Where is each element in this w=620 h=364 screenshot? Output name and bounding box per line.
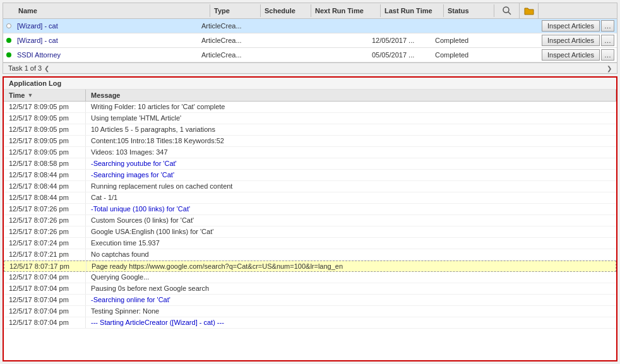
col-header-type: Type xyxy=(210,4,261,17)
row-last-run: 05/05/2017 ... xyxy=(369,49,432,61)
log-entry-message: Videos: 103 Images: 347 xyxy=(86,147,616,158)
log-row: 12/5/17 8:07:26 pm -Total unique (100 li… xyxy=(4,204,616,215)
log-row: 12/5/17 8:07:04 pm --- Starting ArticleC… xyxy=(4,317,616,329)
log-entry-time: 12/5/17 8:07:04 pm xyxy=(4,272,86,283)
task-table: Name Type Schedule Next Run Time Last Ru… xyxy=(3,3,617,74)
row-type: ArticleCrea... xyxy=(199,35,249,46)
log-entry-message: Google USA:English (100 links) for 'Cat' xyxy=(86,226,616,237)
col-header-schedule: Schedule xyxy=(261,4,311,17)
row-actions: Inspect Articles … xyxy=(483,48,617,62)
log-row: 12/5/17 8:07:04 pm -Searching online for… xyxy=(4,295,616,306)
row-indicator xyxy=(3,52,15,57)
row-name: [Wizard] - cat xyxy=(15,20,199,32)
row-schedule xyxy=(249,24,300,28)
status-dot-green xyxy=(6,38,11,43)
task-label: Task 1 of 3 xyxy=(8,64,42,72)
log-row: 12/5/17 8:07:04 pm Testing Spinner: None xyxy=(4,306,616,317)
log-entry-time: 12/5/17 8:09:05 pm xyxy=(4,147,86,158)
nav-next-arrow[interactable]: ❯ xyxy=(607,65,612,72)
row-indicator xyxy=(3,38,15,43)
task-bar: Task 1 of 3 ❮ ❯ xyxy=(3,62,617,73)
row-schedule xyxy=(249,53,300,57)
row-actions: Inspect Articles … xyxy=(483,19,617,33)
log-body[interactable]: 12/5/17 8:09:05 pm Writing Folder: 10 ar… xyxy=(4,102,616,360)
row-type: ArticleCrea... xyxy=(199,20,249,32)
log-entry-message: -Searching images for 'Cat' xyxy=(86,170,616,180)
log-row: 12/5/17 8:07:24 pm Execution time 15.937 xyxy=(4,238,616,249)
log-row: 12/5/17 8:09:05 pm Using template 'HTML … xyxy=(4,113,616,124)
log-row: 12/5/17 8:09:05 pm Videos: 103 Images: 3… xyxy=(4,147,616,158)
inspect-articles-button[interactable]: Inspect Articles xyxy=(542,35,600,46)
log-row: 12/5/17 8:09:05 pm Content:105 Intro:18 … xyxy=(4,136,616,147)
log-entry-message: Testing Spinner: None xyxy=(86,306,616,317)
table-row[interactable]: SSDI Attorney ArticleCrea... 05/05/2017 … xyxy=(3,48,617,62)
log-entry-message: Execution time 15.937 xyxy=(86,238,616,249)
log-entry-time: 12/5/17 8:09:05 pm xyxy=(4,136,86,146)
table-rows-container: [Wizard] - cat ArticleCrea... Inspect Ar… xyxy=(3,19,617,62)
log-entry-message: -Total unique (100 links) for 'Cat' xyxy=(86,204,616,214)
col-header-last: Last Run Time xyxy=(381,4,444,17)
log-entry-time: 12/5/17 8:08:44 pm xyxy=(4,181,86,192)
table-row[interactable]: [Wizard] - cat ArticleCrea... 12/05/2017… xyxy=(3,33,617,48)
row-next-run xyxy=(300,24,369,28)
row-status xyxy=(432,24,483,28)
log-entry-time: 12/5/17 8:07:24 pm xyxy=(4,238,86,249)
log-entry-time: 12/5/17 8:07:17 pm xyxy=(4,261,86,271)
more-options-button[interactable]: … xyxy=(601,49,614,61)
log-entry-message: No captchas found xyxy=(86,249,616,260)
log-row: 12/5/17 8:08:58 pm -Searching youtube fo… xyxy=(4,158,616,170)
col-header-status: Status xyxy=(444,4,494,17)
log-entry-time: 12/5/17 8:07:04 pm xyxy=(4,283,86,294)
log-row: 12/5/17 8:07:21 pm No captchas found xyxy=(4,249,616,261)
log-entry-time: 12/5/17 8:08:44 pm xyxy=(4,192,86,203)
folder-icon-header[interactable] xyxy=(520,3,539,18)
col-header-name: Name xyxy=(15,4,210,17)
inspect-articles-button[interactable]: Inspect Articles xyxy=(542,49,600,61)
log-entry-message: Content:105 Intro:18 Titles:18 Keywords:… xyxy=(86,136,616,146)
log-row: 12/5/17 8:07:26 pm Google USA:English (1… xyxy=(4,226,616,238)
row-name: [Wizard] - cat xyxy=(15,35,199,46)
log-entry-time: 12/5/17 8:09:05 pm xyxy=(4,113,86,124)
inspect-articles-button[interactable]: Inspect Articles xyxy=(542,20,600,32)
row-actions: Inspect Articles … xyxy=(483,33,617,47)
log-row: 12/5/17 8:07:04 pm Querying Google... xyxy=(4,272,616,283)
log-row: 12/5/17 8:09:05 pm Writing Folder: 10 ar… xyxy=(4,102,616,113)
log-entry-message: Running replacement rules on cached cont… xyxy=(86,181,616,192)
main-container: Name Type Schedule Next Run Time Last Ru… xyxy=(0,0,620,364)
more-options-button[interactable]: … xyxy=(601,20,614,32)
log-row: 12/5/17 8:07:17 pm Page ready https://ww… xyxy=(4,261,616,272)
row-name: SSDI Attorney xyxy=(15,49,199,61)
log-entry-message: Pausing 0s before next Google search xyxy=(86,283,616,294)
log-entry-time: 12/5/17 8:09:05 pm xyxy=(4,102,86,112)
log-entry-time: 12/5/17 8:07:21 pm xyxy=(4,249,86,260)
log-entry-time: 12/5/17 8:07:26 pm xyxy=(4,215,86,226)
log-row: 12/5/17 8:08:44 pm Running replacement r… xyxy=(4,181,616,192)
row-type: ArticleCrea... xyxy=(199,49,249,61)
log-entry-time: 12/5/17 8:08:58 pm xyxy=(4,158,86,169)
log-col-message: Message xyxy=(86,90,616,101)
status-dot-empty xyxy=(6,23,11,28)
search-icon-header[interactable] xyxy=(494,3,520,18)
row-indicator xyxy=(3,23,15,28)
status-dot-green xyxy=(6,52,11,57)
nav-prev-arrow[interactable]: ❮ xyxy=(44,65,49,72)
log-col-time[interactable]: Time ▼ xyxy=(4,90,86,101)
svg-line-1 xyxy=(508,12,511,15)
more-options-button[interactable]: … xyxy=(601,35,614,46)
row-schedule xyxy=(249,38,300,42)
log-entry-message: 10 Articles 5 - 5 paragraphs, 1 variatio… xyxy=(86,124,616,135)
row-status: Completed xyxy=(432,49,483,61)
row-last-run xyxy=(369,24,432,28)
col-header-next: Next Run Time xyxy=(311,4,381,17)
log-row: 12/5/17 8:07:04 pm Pausing 0s before nex… xyxy=(4,283,616,295)
log-entry-message: Page ready https://www.google.com/search… xyxy=(86,261,616,271)
application-log: Application Log Time ▼ Message 12/5/17 8… xyxy=(3,76,617,361)
log-row: 12/5/17 8:08:44 pm -Searching images for… xyxy=(4,170,616,181)
log-entry-message: -Searching youtube for 'Cat' xyxy=(86,158,616,169)
log-entry-time: 12/5/17 8:09:05 pm xyxy=(4,124,86,135)
log-entry-message: Using template 'HTML Article' xyxy=(86,113,616,124)
table-row[interactable]: [Wizard] - cat ArticleCrea... Inspect Ar… xyxy=(3,19,617,33)
log-entry-time: 12/5/17 8:07:04 pm xyxy=(4,295,86,305)
log-entry-time: 12/5/17 8:07:04 pm xyxy=(4,306,86,317)
log-entry-message: Custom Sources (0 links) for 'Cat' xyxy=(86,215,616,226)
